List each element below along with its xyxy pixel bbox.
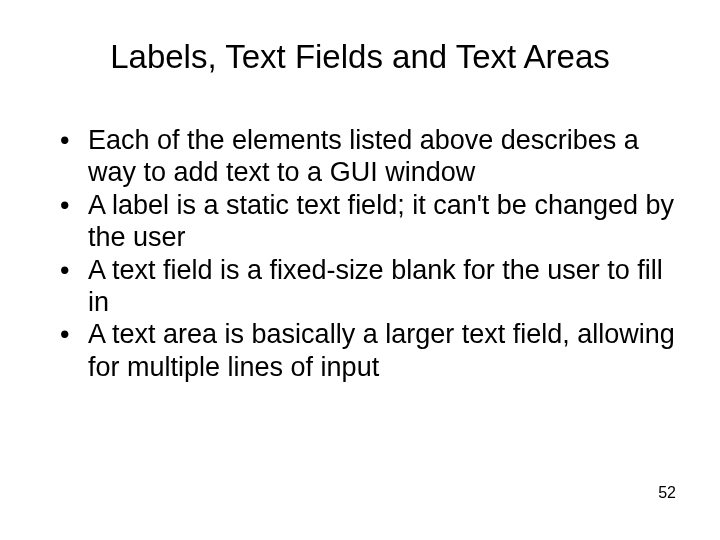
page-number: 52 xyxy=(658,484,676,502)
list-item: A text field is a fixed-size blank for t… xyxy=(60,254,684,319)
bullet-list: Each of the elements listed above descri… xyxy=(36,124,684,383)
slide-title: Labels, Text Fields and Text Areas xyxy=(36,38,684,76)
list-item: A label is a static text field; it can't… xyxy=(60,189,684,254)
list-item: A text area is basically a larger text f… xyxy=(60,318,684,383)
list-item: Each of the elements listed above descri… xyxy=(60,124,684,189)
